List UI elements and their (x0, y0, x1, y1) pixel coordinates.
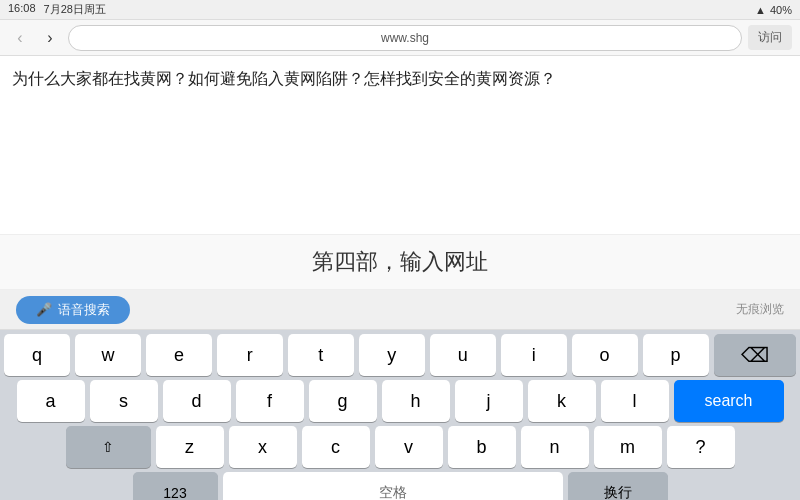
battery-icon: ▲ (755, 4, 766, 16)
status-time: 16:08 (8, 2, 36, 17)
key-g[interactable]: g (309, 380, 377, 422)
mic-icon: 🎤 (36, 302, 52, 317)
nav-bar: ‹ › www.shg 访问 (0, 20, 800, 56)
backspace-key[interactable]: ⌫ (714, 334, 796, 376)
key-b[interactable]: b (448, 426, 516, 468)
incognito-label: 无痕浏览 (736, 301, 784, 318)
key-x[interactable]: x (229, 426, 297, 468)
content-area: 为什么大家都在找黄网？如何避免陷入黄网陷阱？怎样找到安全的黄网资源？ (0, 56, 800, 234)
key-k[interactable]: k (528, 380, 596, 422)
keyboard-row-3: ⇧ z x c v b n m ? (0, 422, 800, 468)
return-key[interactable]: 换行 (568, 472, 668, 500)
key-p[interactable]: p (643, 334, 709, 376)
key-question[interactable]: ? (667, 426, 735, 468)
key-t[interactable]: t (288, 334, 354, 376)
center-label: 第四部，输入网址 (312, 247, 488, 277)
key-s[interactable]: s (90, 380, 158, 422)
keyboard-row-1: q w e r t y u i o p ⌫ (0, 330, 800, 376)
voice-search-label: 语音搜索 (58, 301, 110, 319)
article-text: 为什么大家都在找黄网？如何避免陷入黄网陷阱？怎样找到安全的黄网资源？ (12, 66, 788, 92)
key-i[interactable]: i (501, 334, 567, 376)
battery-level: 40% (770, 4, 792, 16)
keyboard: q w e r t y u i o p ⌫ a s d f g h j k l … (0, 330, 800, 500)
shift-key[interactable]: ⇧ (66, 426, 151, 468)
key-o[interactable]: o (572, 334, 638, 376)
key-r[interactable]: r (217, 334, 283, 376)
key-v[interactable]: v (375, 426, 443, 468)
key-d[interactable]: d (163, 380, 231, 422)
status-left: 16:08 7月28日周五 (8, 2, 106, 17)
key-c[interactable]: c (302, 426, 370, 468)
url-bar[interactable]: www.shg (68, 25, 742, 51)
url-text: www.shg (381, 31, 429, 45)
key-w[interactable]: w (75, 334, 141, 376)
status-bar: 16:08 7月28日周五 ▲ 40% (0, 0, 800, 20)
keyboard-row-4: 123 空格 换行 (0, 468, 800, 500)
key-n[interactable]: n (521, 426, 589, 468)
keyboard-row-2: a s d f g h j k l search (0, 376, 800, 422)
key-m[interactable]: m (594, 426, 662, 468)
back-button[interactable]: ‹ (8, 29, 32, 47)
key-123[interactable]: 123 (133, 472, 218, 500)
key-f[interactable]: f (236, 380, 304, 422)
space-key[interactable]: 空格 (223, 472, 563, 500)
key-l[interactable]: l (601, 380, 669, 422)
key-z[interactable]: z (156, 426, 224, 468)
key-q[interactable]: q (4, 334, 70, 376)
forward-button[interactable]: › (38, 29, 62, 47)
status-right: ▲ 40% (755, 4, 792, 16)
key-h[interactable]: h (382, 380, 450, 422)
key-j[interactable]: j (455, 380, 523, 422)
center-section: 第四部，输入网址 (0, 234, 800, 290)
key-a[interactable]: a (17, 380, 85, 422)
search-key[interactable]: search (674, 380, 784, 422)
status-date: 7月28日周五 (44, 2, 106, 17)
voice-search-button[interactable]: 🎤 语音搜索 (16, 296, 130, 324)
key-y[interactable]: y (359, 334, 425, 376)
voice-bar: 🎤 语音搜索 无痕浏览 (0, 290, 800, 330)
key-u[interactable]: u (430, 334, 496, 376)
key-e[interactable]: e (146, 334, 212, 376)
visit-button[interactable]: 访问 (748, 25, 792, 50)
